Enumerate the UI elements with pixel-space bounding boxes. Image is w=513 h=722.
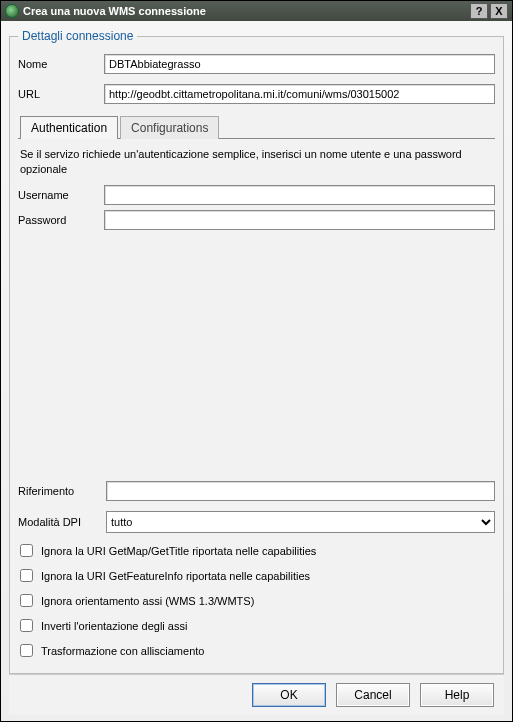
auth-hint: Se il servizo richiede un'autenticazione… (20, 147, 493, 177)
dialog-window: Crea una nuova WMS connessione ? X Detta… (0, 0, 513, 722)
dialog-content: Dettagli connessione Nome URL Authentica… (1, 21, 512, 721)
checkbox-ignore-axis[interactable] (20, 594, 33, 607)
titlebar-close-button[interactable]: X (490, 3, 508, 19)
tab-configurations[interactable]: Configurations (120, 116, 219, 139)
check-smooth-transform[interactable]: Trasformazione con allisciamento (20, 644, 493, 657)
checkbox-label: Ignora orientamento assi (WMS 1.3/WMTS) (41, 595, 254, 607)
password-input[interactable] (104, 210, 495, 230)
dpi-mode-select[interactable]: tutto (106, 511, 495, 533)
checkbox-label: Ignora la URI GetMap/GetTitle riportata … (41, 545, 316, 557)
group-legend: Dettagli connessione (18, 29, 137, 43)
close-icon: X (495, 5, 502, 17)
titlebar-help-button[interactable]: ? (470, 3, 488, 19)
ok-button[interactable]: OK (252, 683, 326, 707)
app-icon (5, 4, 19, 18)
authentication-panel: Se il servizo richiede un'autenticazione… (18, 143, 495, 235)
username-row: Username (18, 185, 495, 205)
dialog-button-bar: OK Cancel Help (9, 674, 504, 715)
help-icon: ? (476, 5, 483, 17)
help-button[interactable]: Help (420, 683, 494, 707)
name-input[interactable] (104, 54, 495, 74)
checkbox-smooth-transform[interactable] (20, 644, 33, 657)
title-bar: Crea una nuova WMS connessione ? X (1, 1, 512, 21)
password-label: Password (18, 214, 104, 226)
url-label: URL (18, 88, 104, 100)
name-label: Nome (18, 58, 104, 70)
referer-row: Riferimento (18, 481, 495, 501)
dpi-label: Modalità DPI (18, 516, 106, 528)
username-input[interactable] (104, 185, 495, 205)
tab-bar: Authentication Configurations (18, 115, 495, 138)
window-title: Crea una nuova WMS connessione (23, 5, 206, 17)
password-row: Password (18, 210, 495, 230)
checkbox-ignore-getfeatureinfo[interactable] (20, 569, 33, 582)
spacer-area (18, 235, 495, 476)
username-label: Username (18, 189, 104, 201)
checkbox-label: Inverti l'orientazione degli assi (41, 620, 187, 632)
connection-details-group: Dettagli connessione Nome URL Authentica… (9, 29, 504, 674)
dpi-row: Modalità DPI tutto (18, 511, 495, 533)
checkbox-label: Trasformazione con allisciamento (41, 645, 204, 657)
tab-authentication[interactable]: Authentication (20, 116, 118, 139)
check-ignore-axis[interactable]: Ignora orientamento assi (WMS 1.3/WMTS) (20, 594, 493, 607)
check-invert-axis[interactable]: Inverti l'orientazione degli assi (20, 619, 493, 632)
checkbox-label: Ignora la URI GetFeatureInfo riportata n… (41, 570, 310, 582)
checkbox-ignore-getmap[interactable] (20, 544, 33, 557)
url-input[interactable] (104, 84, 495, 104)
name-row: Nome (18, 54, 495, 74)
check-ignore-getfeatureinfo[interactable]: Ignora la URI GetFeatureInfo riportata n… (20, 569, 493, 582)
checkbox-invert-axis[interactable] (20, 619, 33, 632)
cancel-button[interactable]: Cancel (336, 683, 410, 707)
check-ignore-getmap[interactable]: Ignora la URI GetMap/GetTitle riportata … (20, 544, 493, 557)
url-row: URL (18, 84, 495, 104)
referer-label: Riferimento (18, 485, 106, 497)
referer-input[interactable] (106, 481, 495, 501)
